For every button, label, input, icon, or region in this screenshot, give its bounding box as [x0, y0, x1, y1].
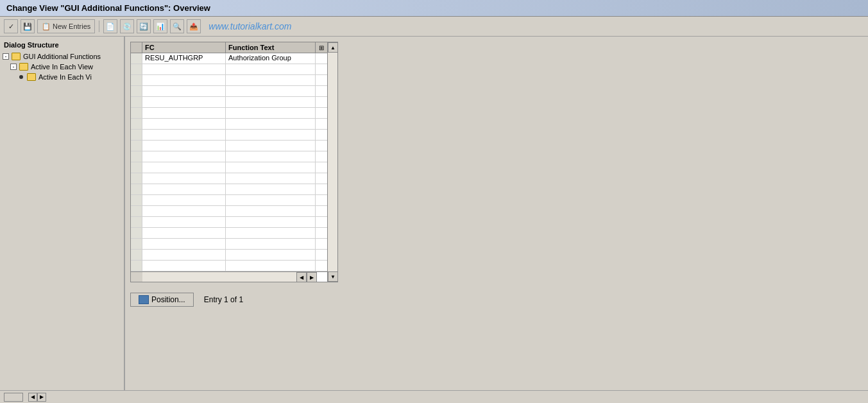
table-row[interactable] [131, 195, 327, 206]
cell-function-text[interactable] [226, 250, 316, 260]
tree-item-active-in-each-view[interactable]: - Active In Each View [0, 62, 124, 72]
watermark: www.tutorialkart.com [208, 21, 291, 31]
table-row[interactable] [131, 173, 327, 184]
cell-fc[interactable] [142, 239, 226, 249]
cell-function-text[interactable] [226, 261, 316, 271]
scroll-left-button[interactable]: ◀ [296, 272, 307, 282]
table-row[interactable] [131, 162, 327, 173]
tree-item-gui-additional-functions[interactable]: - GUI Additional Functions [0, 51, 124, 62]
cell-function-text[interactable] [226, 86, 316, 96]
cell-fc[interactable]: RESU_AUTHGRP [142, 53, 226, 64]
row-num [131, 141, 142, 151]
cell-fc[interactable] [142, 119, 226, 129]
cell-function-text[interactable] [226, 97, 316, 107]
expand-icon-1[interactable]: - [10, 64, 17, 70]
table-settings-button[interactable]: ⊞ [316, 42, 327, 53]
cell-fc[interactable] [142, 162, 226, 173]
cell-fc[interactable] [142, 206, 226, 216]
table-row[interactable] [131, 141, 327, 151]
cell-function-text[interactable] [226, 217, 316, 227]
title-text: Change View "GUI Additional Functions": … [6, 3, 210, 13]
table-row[interactable] [131, 184, 327, 195]
refresh-button[interactable]: 🔄 [137, 19, 151, 33]
nav-next-button[interactable]: ▶ [37, 393, 46, 402]
table-row[interactable] [131, 228, 327, 239]
cell-fc[interactable] [142, 86, 226, 96]
table-button[interactable]: 📊 [153, 19, 167, 33]
table-row[interactable] [131, 86, 327, 97]
scroll-right-button[interactable]: ▶ [307, 272, 317, 282]
new-entries-button[interactable]: 📋 New Entries [37, 19, 95, 33]
cell-function-text[interactable] [226, 108, 316, 118]
nav-prev-button[interactable]: ◀ [28, 393, 37, 402]
cell-fc[interactable] [142, 151, 226, 162]
row-num [131, 108, 142, 118]
table-row[interactable] [131, 217, 327, 228]
table-row[interactable] [131, 108, 327, 119]
tree-item-active-in-each-vi[interactable]: Active In Each Vi [0, 72, 124, 82]
cell-fc[interactable] [142, 130, 226, 140]
table-row[interactable] [131, 151, 327, 162]
cell-fc[interactable] [142, 228, 226, 238]
table-row[interactable] [131, 250, 327, 261]
cell-function-text[interactable] [226, 228, 316, 238]
bottom-controls: Position... Entry 1 of 1 [130, 293, 863, 307]
table-row[interactable] [131, 130, 327, 141]
table-row[interactable] [131, 64, 327, 75]
horizontal-scrollbar[interactable]: ◀ ▶ [131, 271, 327, 282]
cell-function-text[interactable] [226, 195, 316, 205]
cell-function-text[interactable] [226, 119, 316, 129]
find-button[interactable]: 🔍 [170, 19, 184, 33]
cell-fc[interactable] [142, 108, 226, 118]
copy-button[interactable]: 📄 [103, 19, 117, 33]
cell-function-text[interactable] [226, 151, 316, 162]
cell-fc[interactable] [142, 75, 226, 85]
row-num [131, 119, 142, 129]
v-scrollbar-track[interactable] [328, 53, 337, 271]
cell-fc[interactable] [142, 97, 226, 107]
header-function-text-label: Function Text [228, 44, 274, 51]
cell-fc[interactable] [142, 250, 226, 260]
check-button[interactable]: ✓ [4, 19, 18, 33]
row-num [131, 64, 142, 74]
cell-fc[interactable] [142, 141, 226, 151]
cell-function-text[interactable] [226, 75, 316, 85]
table-row[interactable] [131, 261, 327, 271]
export-button[interactable]: 📤 [187, 19, 201, 33]
cell-function-text[interactable] [226, 141, 316, 151]
cell-function-text[interactable] [226, 173, 316, 184]
cell-function-text[interactable] [226, 184, 316, 194]
bullet-icon-2 [19, 75, 23, 79]
header-function-text[interactable]: Function Text [226, 42, 316, 53]
cell-function-text[interactable] [226, 239, 316, 249]
position-button-label: Position... [151, 295, 185, 304]
cell-fc[interactable] [142, 195, 226, 205]
cell-function-text[interactable] [226, 206, 316, 216]
cell-function-text[interactable] [226, 130, 316, 140]
table-row[interactable] [131, 97, 327, 108]
position-button[interactable]: Position... [130, 293, 194, 307]
disk-button[interactable]: 💿 [120, 19, 134, 33]
scroll-down-button[interactable]: ▼ [328, 271, 338, 282]
dialog-structure-title: Dialog Structure [0, 39, 124, 51]
cell-fc[interactable] [142, 64, 226, 74]
cell-fc[interactable] [142, 217, 226, 227]
cell-function-text[interactable] [226, 64, 316, 74]
table-row[interactable] [131, 75, 327, 86]
cell-function-text[interactable]: Authorization Group [226, 53, 316, 64]
cell-function-text[interactable] [226, 162, 316, 173]
vertical-scrollbar[interactable]: ▲ ▼ [328, 42, 338, 282]
expand-icon-0[interactable]: - [3, 53, 9, 60]
header-fc[interactable]: FC [142, 42, 226, 53]
save-button[interactable]: 💾 [21, 19, 35, 33]
cell-fc[interactable] [142, 261, 226, 271]
h-scrollbar-track[interactable] [142, 272, 296, 282]
table-row[interactable] [131, 119, 327, 130]
table-row[interactable] [131, 206, 327, 217]
cell-fc[interactable] [142, 173, 226, 184]
table-row[interactable] [131, 239, 327, 250]
cell-fc[interactable] [142, 184, 226, 194]
table-row[interactable]: RESU_AUTHGRPAuthorization Group [131, 53, 327, 64]
table-body: RESU_AUTHGRPAuthorization Group [131, 53, 327, 271]
scroll-up-button[interactable]: ▲ [328, 42, 338, 53]
